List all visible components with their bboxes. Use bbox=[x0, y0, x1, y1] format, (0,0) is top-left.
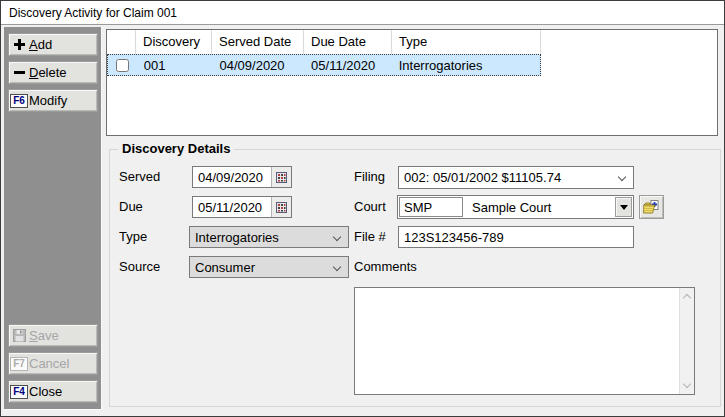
discovery-activity-dialog: Discovery Activity for Claim 001 Add Del… bbox=[0, 0, 725, 417]
add-button[interactable]: Add bbox=[8, 33, 98, 56]
court-dropdown-button[interactable] bbox=[615, 197, 632, 217]
cancel-button-label: Cancel bbox=[29, 356, 69, 371]
header-served-date: Served Date bbox=[212, 30, 304, 54]
chevron-down-icon bbox=[333, 263, 341, 271]
triangle-down-icon bbox=[620, 205, 628, 210]
f4-key-icon: F4 bbox=[9, 385, 29, 399]
dialog-title: Discovery Activity for Claim 001 bbox=[9, 1, 177, 25]
folder-add-icon bbox=[643, 200, 660, 215]
source-dropdown[interactable]: Consumer bbox=[189, 256, 349, 278]
comments-box bbox=[354, 287, 695, 395]
table-row[interactable]: 001 04/09/2020 05/11/2020 Interrogatorie… bbox=[107, 54, 541, 76]
chevron-down-icon bbox=[618, 173, 626, 181]
close-button[interactable]: F4 Close bbox=[8, 380, 98, 403]
header-due-date: Due Date bbox=[304, 30, 392, 54]
minus-icon bbox=[9, 71, 29, 74]
served-label: Served bbox=[119, 166, 160, 188]
calendar-icon bbox=[276, 172, 287, 183]
comments-textarea[interactable] bbox=[355, 288, 679, 394]
comments-label: Comments bbox=[354, 256, 417, 278]
court-combo[interactable]: SMP Sample Court bbox=[397, 195, 634, 219]
comments-scrollbar[interactable] bbox=[679, 288, 694, 394]
served-calendar-button[interactable] bbox=[271, 167, 291, 187]
due-date-field bbox=[192, 196, 292, 218]
served-date-field bbox=[192, 166, 292, 188]
discovery-details-group: Discovery Details Served Due Type Source bbox=[109, 149, 721, 407]
group-title: Discovery Details bbox=[118, 141, 234, 156]
cancel-button[interactable]: F7 Cancel bbox=[8, 352, 98, 375]
source-dropdown-value: Consumer bbox=[195, 260, 255, 275]
title-bar: Discovery Activity for Claim 001 bbox=[1, 1, 724, 25]
type-dropdown-value: Interrogatories bbox=[195, 230, 279, 245]
type-dropdown[interactable]: Interrogatories bbox=[189, 226, 349, 248]
action-sidebar: Add Delete F6 Modify Save F7 Cancel bbox=[4, 27, 101, 409]
delete-button[interactable]: Delete bbox=[8, 61, 98, 84]
served-date-input[interactable] bbox=[193, 167, 271, 187]
due-label: Due bbox=[119, 196, 143, 218]
court-code-input[interactable]: SMP bbox=[399, 197, 463, 217]
f7-key-icon: F7 bbox=[9, 357, 29, 371]
scroll-up-icon[interactable] bbox=[683, 294, 691, 302]
f6-key-icon: F6 bbox=[9, 94, 29, 108]
row-discovery: 001 bbox=[137, 58, 213, 73]
type-label: Type bbox=[119, 226, 147, 248]
header-checkbox-column bbox=[107, 30, 136, 54]
row-checkbox[interactable] bbox=[116, 59, 129, 72]
modify-button-label: Modify bbox=[29, 93, 67, 108]
add-button-label: Add bbox=[29, 37, 52, 52]
court-lookup-button[interactable] bbox=[639, 195, 664, 219]
court-label: Court bbox=[354, 196, 386, 218]
plus-icon bbox=[9, 39, 29, 50]
chevron-down-icon bbox=[333, 233, 341, 241]
header-type: Type bbox=[392, 30, 541, 54]
header-discovery: Discovery bbox=[136, 30, 212, 54]
row-type: Interrogatories bbox=[392, 58, 540, 73]
due-date-input[interactable] bbox=[193, 197, 271, 217]
modify-button[interactable]: F6 Modify bbox=[8, 89, 98, 112]
floppy-disk-icon bbox=[9, 329, 29, 342]
scroll-down-icon[interactable] bbox=[683, 380, 691, 388]
file-number-label: File # bbox=[354, 226, 386, 248]
discovery-table: Discovery Served Date Due Date Type 001 … bbox=[106, 29, 718, 136]
discovery-table-header: Discovery Served Date Due Date Type bbox=[107, 30, 717, 54]
filing-dropdown-value: 002: 05/01/2002 $11105.74 bbox=[404, 170, 561, 185]
filing-dropdown[interactable]: 002: 05/01/2002 $11105.74 bbox=[398, 166, 634, 189]
row-served-date: 04/09/2020 bbox=[213, 58, 305, 73]
file-number-input[interactable] bbox=[398, 226, 634, 248]
court-name-text: Sample Court bbox=[472, 197, 551, 218]
calendar-icon bbox=[276, 202, 287, 213]
source-label: Source bbox=[119, 256, 160, 278]
save-button[interactable]: Save bbox=[8, 324, 98, 347]
row-due-date: 05/11/2020 bbox=[304, 58, 392, 73]
row-checkbox-cell bbox=[108, 59, 137, 72]
delete-button-label: Delete bbox=[29, 65, 67, 80]
due-calendar-button[interactable] bbox=[271, 197, 291, 217]
filing-label: Filing bbox=[354, 166, 385, 188]
close-button-label: Close bbox=[29, 384, 62, 399]
save-button-label: Save bbox=[29, 328, 59, 343]
